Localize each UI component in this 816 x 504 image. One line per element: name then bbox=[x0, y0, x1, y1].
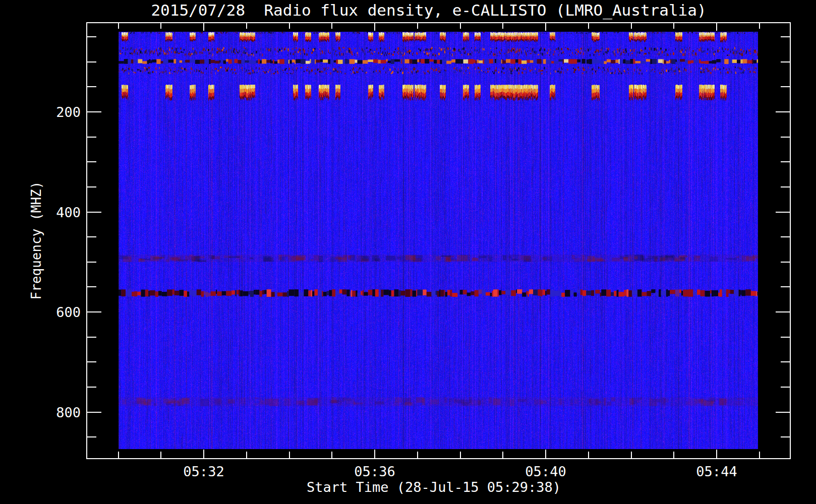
tick-mark bbox=[781, 387, 790, 388]
tick-mark bbox=[460, 23, 461, 29]
tick-mark bbox=[781, 236, 790, 237]
tick-mark bbox=[781, 137, 790, 138]
tick-mark bbox=[781, 86, 790, 87]
tick-mark bbox=[246, 23, 247, 29]
tick-mark bbox=[716, 23, 717, 31]
tick-mark bbox=[87, 137, 96, 138]
tick-mark bbox=[781, 337, 790, 338]
tick-mark bbox=[781, 161, 790, 162]
tick-mark bbox=[588, 23, 589, 29]
tick-mark bbox=[776, 111, 790, 112]
tick-mark bbox=[374, 450, 375, 458]
tick-mark bbox=[776, 212, 790, 213]
chart-title: 2015/07/28 Radio flux density, e-CALLIST… bbox=[151, 1, 706, 19]
tick-mark bbox=[87, 212, 101, 213]
tick-mark bbox=[160, 23, 161, 29]
tick-mark bbox=[87, 286, 96, 287]
tick-mark bbox=[87, 262, 96, 263]
tick-mark bbox=[87, 36, 96, 37]
tick-mark bbox=[776, 412, 790, 413]
x-tick-label: 05:44 bbox=[696, 464, 737, 479]
x-tick-label: 05:40 bbox=[525, 464, 566, 479]
tick-mark bbox=[87, 111, 101, 112]
y-tick-label: 200 bbox=[25, 104, 81, 120]
tick-mark bbox=[87, 186, 96, 187]
x-axis-title: Start Time (28-Jul-15 05:29:38) bbox=[307, 479, 561, 495]
tick-mark bbox=[417, 452, 418, 458]
tick-mark bbox=[759, 23, 760, 29]
tick-mark bbox=[631, 452, 632, 458]
tick-mark bbox=[118, 452, 119, 458]
tick-mark bbox=[374, 23, 375, 31]
tick-mark bbox=[460, 452, 461, 458]
tick-mark bbox=[759, 452, 760, 458]
y-tick-label: 600 bbox=[25, 304, 81, 320]
tick-mark bbox=[781, 36, 790, 37]
tick-mark bbox=[203, 450, 204, 458]
tick-mark bbox=[87, 337, 96, 338]
tick-mark bbox=[289, 23, 290, 29]
tick-mark bbox=[203, 23, 204, 31]
tick-mark bbox=[87, 161, 96, 162]
tick-mark bbox=[87, 61, 96, 62]
tick-mark bbox=[246, 452, 247, 458]
tick-mark bbox=[87, 86, 96, 87]
tick-mark bbox=[588, 452, 589, 458]
tick-mark bbox=[289, 452, 290, 458]
tick-mark bbox=[87, 387, 96, 388]
tick-mark bbox=[87, 436, 96, 437]
spectrogram-image bbox=[119, 32, 758, 449]
tick-mark bbox=[781, 262, 790, 263]
tick-mark bbox=[781, 186, 790, 187]
tick-mark bbox=[87, 311, 101, 312]
tick-mark bbox=[781, 61, 790, 62]
tick-mark bbox=[545, 23, 546, 31]
tick-mark bbox=[502, 23, 503, 29]
y-axis-title: Frequency (MHZ) bbox=[29, 181, 44, 300]
y-tick-label: 800 bbox=[25, 405, 81, 420]
tick-mark bbox=[545, 450, 546, 458]
tick-mark bbox=[776, 311, 790, 312]
tick-mark bbox=[673, 23, 674, 29]
tick-mark bbox=[716, 450, 717, 458]
spectrogram-screenshot: 2015/07/28 Radio flux density, e-CALLIST… bbox=[0, 0, 816, 504]
tick-mark bbox=[331, 452, 332, 458]
tick-mark bbox=[118, 23, 119, 29]
tick-mark bbox=[781, 436, 790, 437]
tick-mark bbox=[87, 361, 96, 362]
x-tick-label: 05:32 bbox=[183, 464, 224, 479]
x-tick-label: 05:36 bbox=[354, 464, 395, 479]
tick-mark bbox=[673, 452, 674, 458]
tick-mark bbox=[87, 236, 96, 237]
tick-mark bbox=[502, 452, 503, 458]
tick-mark bbox=[331, 23, 332, 29]
tick-mark bbox=[87, 412, 101, 413]
tick-mark bbox=[160, 452, 161, 458]
tick-mark bbox=[417, 23, 418, 29]
tick-mark bbox=[781, 286, 790, 287]
tick-mark bbox=[631, 23, 632, 29]
tick-mark bbox=[781, 361, 790, 362]
